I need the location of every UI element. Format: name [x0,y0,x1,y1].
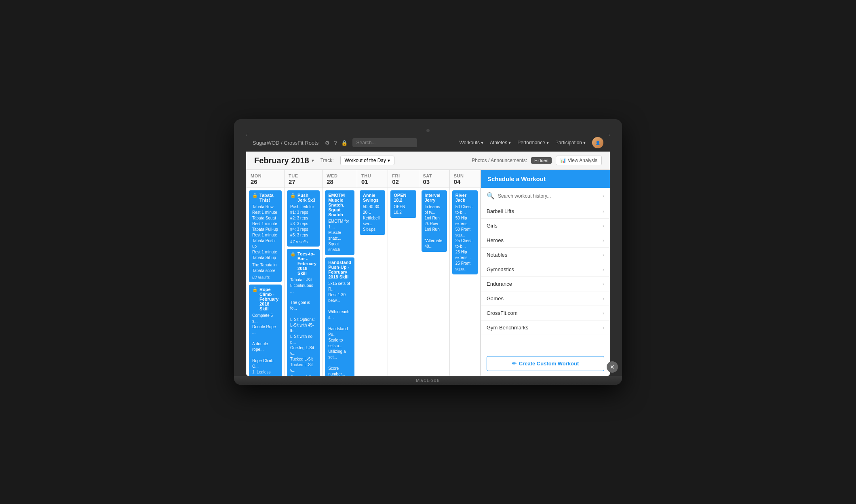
day-header-fri02: FRI 02 [388,170,418,188]
wod-card-title-rope: 🔒 Rope Climb - February 2018 Skill [252,287,278,311]
laptop-brand: MacBook [416,378,440,383]
day-col-mon26: MON 26 🔒 Tabata This! Tabata Row Rest 1 … [247,170,285,376]
day-num-mon26: 26 [251,178,280,185]
sidebar-search[interactable]: 🔍 Search workout history... › [481,188,610,204]
day-header-thu01: THU 01 [357,170,388,188]
day-label-mon26: MON [251,173,280,178]
sidebar-item-gymbenchmarks[interactable]: Gym Benchmarks › [481,321,610,335]
sidebar-item-label-gymbenchmarks: Gym Benchmarks [487,325,528,331]
day-header-wed28: WED 28 [323,170,357,188]
wod-results-toes: Score a 1 if c... 14 results [290,375,316,376]
day-label-wed28: WED [327,173,353,178]
nav-right: Workouts ▾ Athletes ▾ Performance ▾ Part… [459,137,603,148]
laptop-screen: SugarWOD / CrossFit Roots ⚙ ? 🔒 Workouts… [246,134,610,376]
pencil-icon: ✏ [512,361,517,367]
nav-workouts[interactable]: Workouts ▾ [459,140,483,146]
chevron-right-icon-games: › [603,296,604,302]
photos-label: Photos / Announcements: [472,158,527,163]
help-icon[interactable]: ? [334,140,337,146]
create-btn-label: Create Custom Workout [519,361,579,367]
wod-card-title-open182: OPEN 18.2 [394,193,413,202]
day-label-fri02: FRI [392,173,414,178]
laptop-frame: SugarWOD / CrossFit Roots ⚙ ? 🔒 Workouts… [234,119,622,385]
wod-card-river[interactable]: River Jack 50 Chest-to-b... 50 Hip exten… [452,190,478,274]
chevron-right-icon-barbell: › [603,209,604,214]
search-icon: 🔍 [487,192,495,200]
day-num-thu01: 01 [361,178,384,185]
calendar-container: MON 26 🔒 Tabata This! Tabata Row Rest 1 … [246,170,610,376]
day-col-tue27: TUE 27 🔒 Push Jerk 5x3 Push Jerk for #1:… [285,170,323,376]
sidebar-item-barbell[interactable]: Barbell Lifts › [481,204,610,219]
wod-results-pj: 47 results [290,240,316,244]
wod-card-rope[interactable]: 🔒 Rope Climb - February 2018 Skill Compl… [249,285,282,376]
sidebar-title: Schedule a Workout [487,175,603,182]
wod-card-body-river: 50 Chest-to-b... 50 Hip extens... 50 Fro… [455,204,474,272]
wod-card-title-jerry: Interval Jerry [425,193,444,202]
view-analysis-button[interactable]: 📊 View Analysis [556,156,602,165]
wod-card-tabata[interactable]: 🔒 Tabata This! Tabata Row Rest 1 minute … [249,190,282,282]
sidebar-item-label-notables: Notables [487,252,507,258]
wod-card-body-annie: 50-40-30-20-1 Kettlebell swi... Sit-ups [363,204,382,232]
lock-icon[interactable]: 🔒 [341,140,348,146]
sidebar-item-games[interactable]: Games › [481,291,610,306]
sidebar-item-notables[interactable]: Notables › [481,248,610,262]
settings-icon[interactable]: ⚙ [325,140,330,146]
day-num-wed28: 28 [327,178,353,185]
wod-card-title-pushjerk: 🔒 Push Jerk 5x3 [290,193,316,202]
day-label-tue27: TUE [289,173,318,178]
day-content-sun04: River Jack 50 Chest-to-b... 50 Hip exten… [450,188,480,277]
day-content-mon26: 🔒 Tabata This! Tabata Row Rest 1 minute … [247,188,284,376]
sidebar-item-label-gymnastics: Gymnastics [487,266,514,272]
chevron-right-icon-notables: › [603,252,604,258]
wod-card-pushjerk[interactable]: 🔒 Push Jerk 5x3 Push Jerk for #1: 3 reps… [287,190,320,247]
create-custom-workout-button[interactable]: ✏ Create Custom Workout [487,356,604,371]
wod-card-toes[interactable]: 🔒 Toes-to-Bar - February 2018 Skill Taba… [287,249,320,376]
laptop-camera [426,129,430,132]
search-input[interactable] [352,138,417,147]
day-content-wed28: EMOTM Muscle Snatch, Squat Snatch EMOTM … [323,188,357,376]
day-header-sun04: SUN 04 [450,170,480,188]
sidebar-item-endurance[interactable]: Endurance › [481,277,610,291]
wod-card-title-toes: 🔒 Toes-to-Bar - February 2018 Skill [290,251,316,276]
wod-card-hspu[interactable]: Handstand Push-Up - February 2018 Skill … [325,257,354,376]
wod-card-body-rope: Complete 5 s... Double Rope ... A double… [252,313,278,376]
nav-icons: ⚙ ? 🔒 [325,140,347,146]
hidden-badge[interactable]: Hidden [531,157,552,164]
day-content-sat03: Interval Jerry In teams of tv... 1mi Run… [419,188,449,254]
sidebar-search-text: Search workout history... [498,193,599,199]
wod-card-body: Tabata Row Rest 1 minute Tabata Squat Re… [252,204,278,261]
day-col-sat03: SAT 03 Interval Jerry In teams of tv... … [419,170,450,376]
day-header-tue27: TUE 27 [285,170,322,188]
wod-card-jerry[interactable]: Interval Jerry In teams of tv... 1mi Run… [422,190,447,252]
day-col-wed28: WED 28 EMOTM Muscle Snatch, Squat Snatch… [323,170,357,376]
avatar[interactable]: 👤 [592,137,603,148]
wod-card-emotm[interactable]: EMOTM Muscle Snatch, Squat Snatch EMOTM … [325,190,354,255]
lock-icon: 🔒 [252,193,258,198]
sidebar-item-heroes[interactable]: Heroes › [481,233,610,248]
sidebar-item-gymnastics[interactable]: Gymnastics › [481,262,610,277]
nav-athletes[interactable]: Athletes ▾ [490,140,511,146]
track-select[interactable]: Workout of the Day ▾ [340,156,395,165]
sidebar-item-girls[interactable]: Girls › [481,219,610,233]
sidebar-header: Schedule a Workout [481,170,610,188]
sub-header-right: Photos / Announcements: Hidden 📊 View An… [472,156,602,165]
wod-card-title-hspu: Handstand Push-Up - February 2018 Skill [328,260,351,279]
day-header-sat03: SAT 03 [419,170,449,188]
month-label: February 2018 [254,156,309,165]
sidebar-item-crossfitcom[interactable]: CrossFit.com › [481,306,610,321]
sidebar-item-label-crossfitcom: CrossFit.com [487,310,518,316]
month-title[interactable]: February 2018 ▾ [254,156,314,165]
wod-card-body-emotm: EMOTM for 1:... Muscle snatc... Squat sn… [328,219,351,253]
wod-card-open182[interactable]: OPEN 18.2 OPEN 18.2 [390,190,416,218]
close-button[interactable]: ✕ [607,361,618,373]
nav-performance[interactable]: Performance ▾ [517,140,549,146]
laptop-base: MacBook [234,376,622,385]
wod-card-body-pj: Push Jerk for #1: 3 reps #2: 3 reps #3: … [290,204,316,238]
nav-participation[interactable]: Participation ▾ [555,140,586,146]
wod-card-annie[interactable]: Annie Swings 50-40-30-20-1 Kettlebell sw… [360,190,385,235]
day-label-sat03: SAT [423,173,445,178]
sidebar: Schedule a Workout 🔍 Search workout hist… [481,170,610,376]
app-brand: SugarWOD / CrossFit Roots [253,140,318,146]
track-label: Track: [320,158,334,163]
lock-icon-toes: 🔒 [290,251,296,257]
